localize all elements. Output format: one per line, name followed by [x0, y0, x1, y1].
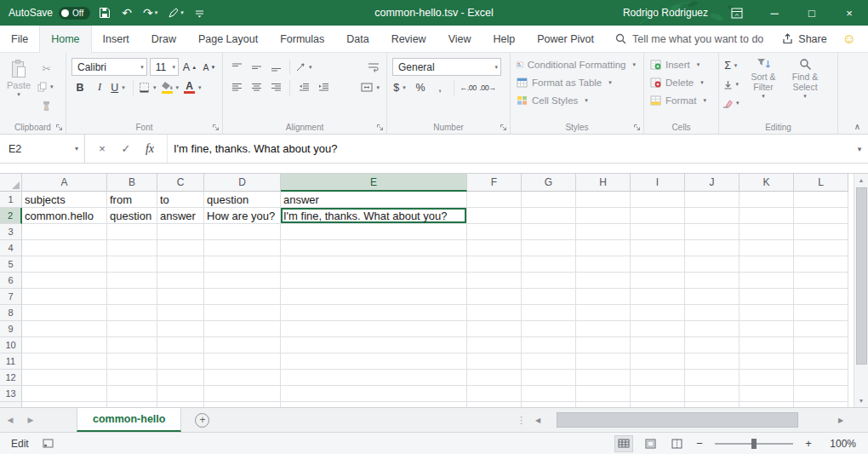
tab-formulas[interactable]: Formulas — [269, 26, 335, 52]
horizontal-scroll-thumb[interactable] — [557, 412, 798, 428]
cell-A-partial[interactable] — [22, 402, 107, 407]
cell-G11[interactable] — [522, 353, 576, 370]
row-header-2[interactable]: 2 — [0, 208, 22, 224]
cell-F13[interactable] — [467, 386, 522, 402]
undo-button[interactable]: ↶ — [119, 0, 134, 26]
cell-F5[interactable] — [467, 256, 522, 273]
cell-L11[interactable] — [794, 353, 848, 370]
cell-F2[interactable] — [467, 208, 522, 224]
name-box[interactable]: E2 ▾ — [0, 135, 85, 163]
zoom-level[interactable]: 100% — [827, 438, 856, 450]
cell-B-partial[interactable] — [107, 402, 157, 407]
new-sheet-button[interactable]: + — [195, 413, 209, 428]
cell-F9[interactable] — [467, 321, 522, 337]
minimize-button[interactable]: ─ — [756, 0, 793, 26]
cell-E-partial[interactable] — [281, 402, 467, 407]
cell-B1[interactable]: from — [107, 192, 157, 208]
number-dialog-launcher[interactable] — [500, 124, 507, 131]
column-header-K[interactable]: K — [740, 174, 794, 192]
tab-home[interactable]: Home — [39, 26, 91, 53]
page-layout-view-button[interactable] — [641, 435, 660, 452]
horizontal-scrollbar[interactable]: ◀ ▶ — [531, 408, 848, 432]
cell-E12[interactable] — [281, 370, 467, 386]
tab-draw[interactable]: Draw — [140, 26, 187, 52]
row-header-10[interactable]: 10 — [0, 337, 22, 353]
cell-A13[interactable] — [22, 386, 107, 402]
cell-J2[interactable] — [685, 208, 740, 224]
bottom-align-button[interactable] — [267, 59, 284, 76]
cell-D6[interactable] — [204, 273, 281, 289]
cell-E5[interactable] — [281, 256, 467, 273]
cell-J13[interactable] — [685, 386, 740, 402]
font-dialog-launcher[interactable] — [212, 124, 220, 131]
cell-A12[interactable] — [22, 370, 107, 386]
cell-K5[interactable] — [740, 256, 794, 273]
font-color-button[interactable]: A ▾ — [184, 79, 204, 96]
cell-F-partial[interactable] — [467, 402, 522, 407]
cell-H2[interactable] — [576, 208, 631, 224]
cell-L3[interactable] — [794, 224, 848, 240]
row-header-12[interactable]: 12 — [0, 370, 22, 386]
cell-H6[interactable] — [576, 273, 631, 289]
vertical-scrollbar[interactable]: ▲ ▼ — [854, 174, 868, 407]
cell-G7[interactable] — [522, 289, 576, 305]
cell-H10[interactable] — [576, 337, 631, 353]
cell-G1[interactable] — [522, 192, 576, 208]
cell-I3[interactable] — [631, 224, 685, 240]
find-select-button[interactable]: Find & Select ▾ — [785, 55, 825, 112]
column-header-E[interactable]: E — [281, 174, 467, 192]
cell-H11[interactable] — [576, 353, 631, 370]
cell-L5[interactable] — [794, 256, 848, 273]
cell-E13[interactable] — [281, 386, 467, 402]
cell-H13[interactable] — [576, 386, 631, 402]
cell-B6[interactable] — [107, 273, 157, 289]
formula-input[interactable]: I'm fine, thanks. What about you? — [168, 135, 851, 163]
merge-center-button[interactable]: ▾ — [361, 79, 382, 96]
cell-A4[interactable] — [22, 240, 107, 256]
sort-filter-button[interactable]: Sort & Filter ▾ — [744, 55, 784, 112]
cell-E7[interactable] — [281, 289, 467, 305]
tab-power-pivot[interactable]: Power Pivot — [526, 26, 605, 52]
row-header-8[interactable]: 8 — [0, 305, 22, 321]
hscroll-track[interactable] — [545, 408, 834, 432]
cell-C3[interactable] — [157, 224, 204, 240]
cell-I8[interactable] — [631, 305, 685, 321]
paste-button[interactable]: Paste ▾ — [3, 55, 34, 114]
cell-K3[interactable] — [740, 224, 794, 240]
orientation-button[interactable]: ▾ — [295, 59, 315, 76]
redo-button[interactable]: ↷▾ — [140, 0, 160, 26]
cell-C10[interactable] — [157, 337, 204, 353]
cell-C9[interactable] — [157, 321, 204, 337]
wrap-text-button[interactable] — [365, 59, 382, 76]
cell-K8[interactable] — [740, 305, 794, 321]
collapse-ribbon-button[interactable]: ∧ — [854, 122, 860, 131]
cell-I9[interactable] — [631, 321, 685, 337]
cell-D5[interactable] — [204, 256, 281, 273]
cell-A2[interactable]: common.hello — [22, 208, 107, 224]
cell-J12[interactable] — [685, 370, 740, 386]
cell-D10[interactable] — [204, 337, 281, 353]
cell-C4[interactable] — [157, 240, 204, 256]
font-size-select[interactable]: 11 ▾ — [150, 58, 179, 76]
font-name-select[interactable]: Calibri ▾ — [71, 58, 147, 76]
sheet-nav-left-icon[interactable]: ◀ — [0, 416, 20, 424]
row-header-partial[interactable] — [0, 402, 22, 407]
cell-I11[interactable] — [631, 353, 685, 370]
cell-C7[interactable] — [157, 289, 204, 305]
cell-G5[interactable] — [522, 256, 576, 273]
cell-B12[interactable] — [107, 370, 157, 386]
column-header-A[interactable]: A — [22, 174, 107, 192]
column-header-G[interactable]: G — [522, 174, 576, 192]
cell-D8[interactable] — [204, 305, 281, 321]
cell-A11[interactable] — [22, 353, 107, 370]
row-header-11[interactable]: 11 — [0, 353, 22, 370]
column-header-I[interactable]: I — [631, 174, 685, 192]
copy-button[interactable]: ▾ — [37, 78, 56, 95]
decrease-indent-button[interactable] — [295, 79, 312, 96]
align-center-button[interactable] — [248, 79, 265, 96]
tab-data[interactable]: Data — [335, 26, 380, 52]
page-break-view-button[interactable] — [667, 435, 686, 452]
cell-G12[interactable] — [522, 370, 576, 386]
cell-L1[interactable] — [794, 192, 848, 208]
cell-K6[interactable] — [740, 273, 794, 289]
